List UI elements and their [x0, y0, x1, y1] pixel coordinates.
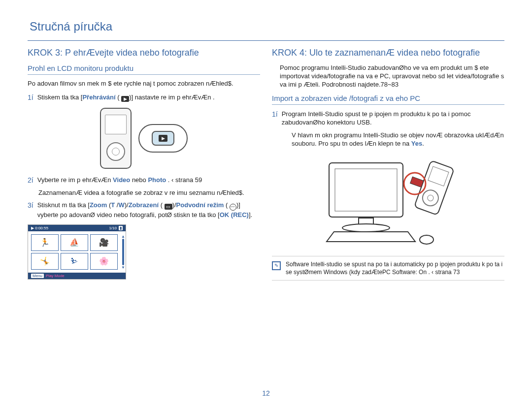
play-icon: ▶ — [121, 96, 129, 102]
step4-intro: Pomoc programu Intelli-Studio zabudovanØ… — [280, 64, 504, 89]
svg-point-3 — [342, 224, 390, 232]
text: nebo — [130, 176, 148, 184]
list-number: 1í — [272, 110, 278, 118]
text: ( — [224, 201, 230, 209]
sub-rule-left — [28, 74, 260, 75]
thumb-cell: 🎥 — [90, 234, 118, 251]
step4-heading: KROK 4: Ulo te zaznamenanÆ videa nebo fo… — [272, 48, 504, 58]
accent-text: OK (REC) — [220, 211, 249, 219]
page-number: 12 — [262, 389, 270, 397]
note-row: ✎ Software Intelli-studio se spust na po… — [272, 256, 504, 281]
thumb-cell: 🤸 — [31, 253, 59, 270]
step3-intro: Po adovan filmov sn mek m $ ete rychle n… — [28, 80, 260, 88]
accent-text: Photo — [148, 176, 166, 184]
text: V hlavn m okn programu Intelli-Studio se… — [292, 131, 504, 148]
thumbnail-panel: ▶ 0:00:55 1/10▮ 🏃 ⛵ 🎥 🤸 ⛷ 🌸 ▲ ▼ — [28, 224, 126, 280]
list-item-r1: 1í Program Intelli-Studio spust te p ipo… — [272, 110, 504, 127]
text: Vyberte re im p ehrÆvÆn — [37, 176, 113, 184]
thumb-cell: 🌸 — [90, 253, 118, 270]
step3-heading: KROK 3: P ehrÆvejte videa nebo fotografi… — [28, 48, 260, 58]
thumb-cell: ⛵ — [61, 234, 88, 251]
accent-text: Video — [113, 176, 130, 184]
thumb-time: 0:00:55 — [35, 226, 48, 230]
list-body: Vyberte re im p ehrÆvÆn Video nebo Photo… — [37, 176, 260, 185]
underwater-icon: 〰 — [230, 204, 236, 211]
sub-rule-right — [272, 104, 504, 105]
play-icon: ▶ — [159, 135, 167, 142]
list-body: Stiskem tla tka [Přehrávání ( ▶)] nastav… — [37, 93, 260, 102]
text: ]. — [249, 211, 252, 219]
thumb-grid: 🏃 ⛵ 🎥 🤸 ⛷ 🌸 — [28, 231, 121, 273]
text: )/ — [172, 201, 176, 209]
list-number: 1í — [28, 93, 33, 101]
list-item-2: 2í Vyberte re im p ehrÆvÆn Video nebo Ph… — [28, 176, 260, 185]
pc-connection-figure — [309, 153, 467, 248]
text: ( — [116, 94, 122, 101]
text: )/ — [125, 201, 129, 209]
svg-point-4 — [420, 235, 433, 244]
text: . — [422, 140, 424, 147]
callout-bubble: ▶ — [138, 124, 188, 153]
thumb-scrollbar: ▲ ▼ — [121, 231, 126, 273]
text: ( — [159, 201, 165, 209]
camcorder-illustration — [100, 108, 132, 169]
play-icon: ▶ — [31, 226, 34, 230]
list-body: Stisknut m tla tka [Zoom (T /W)/Zobrazen… — [37, 201, 260, 219]
pc-illustration-svg — [309, 153, 467, 247]
list-subtext: V hlavn m okn programu Intelli-Studio se… — [292, 131, 504, 148]
page-title: Stručná píručka — [20, 20, 512, 33]
accent-text: W — [118, 201, 124, 209]
step4-subheading: Import a zobrazen vide /fotografi z va e… — [272, 94, 504, 102]
list-number: 2í — [28, 176, 33, 184]
list-subtext: ZaznamenanÆ videa a fotografie se zobraz… — [38, 188, 260, 197]
cam-screen — [105, 115, 127, 134]
note-icon: ✎ — [272, 261, 281, 270]
cam-dpad — [106, 142, 125, 161]
two-column-layout: KROK 3: P ehrÆvejte videa nebo fotografi… — [20, 48, 512, 281]
text: Software Intelli-studio se spust na po t… — [286, 261, 502, 276]
thumb-cell: ⛷ — [61, 253, 88, 270]
scroll-down-icon: ▼ — [121, 265, 125, 270]
title-rule — [28, 40, 504, 41]
accent-text: Zoom — [90, 201, 107, 209]
display-icon: ▭ — [165, 204, 172, 210]
scroll-up-icon: ▲ — [121, 234, 125, 239]
thumb-topbar: ▶ 0:00:55 1/10▮ — [28, 225, 126, 231]
thumb-count: 1/10 — [109, 226, 117, 230]
thumb-grid-wrap: 🏃 ⛵ 🎥 🤸 ⛷ 🌸 ▲ ▼ — [28, 231, 126, 273]
accent-text: Podvodní režim — [176, 201, 224, 209]
text: . ‹ strana 59 — [166, 176, 202, 184]
accent-text: T — [111, 201, 117, 209]
play-button-illustration: ▶ — [152, 131, 174, 146]
menu-tag: Menu — [31, 274, 44, 278]
note-text: Software Intelli-studio se spust na po t… — [286, 260, 504, 276]
step3-subheading: Prohl en LCD monitoru produktu — [28, 64, 260, 72]
list-item-1: 1í Stiskem tla tka [Přehrávání ( ▶)] nas… — [28, 93, 260, 102]
text: )] nastavte re im p ehrÆvÆn . — [129, 94, 214, 101]
text: Stiskem tla tka [ — [37, 94, 83, 101]
accent-text: Zobrazení — [129, 201, 159, 209]
thumb-cell: 🏃 — [31, 234, 59, 251]
card-icon: ▮ — [119, 226, 123, 230]
mode-label: Play Mode — [46, 274, 65, 278]
scroll-track — [122, 239, 124, 265]
svg-rect-1 — [335, 169, 397, 211]
accent-text: Yes — [411, 140, 422, 147]
text: Stisknut m tla tka [ — [37, 201, 90, 209]
thumb-bottombar: Menu Play Mode — [28, 273, 126, 279]
device-figure: ▶ — [28, 108, 260, 169]
list-number: 3í — [28, 201, 33, 209]
accent-text: Přehrávání — [82, 94, 115, 101]
list-body: Program Intelli-Studio spust te p ipojen… — [282, 110, 504, 127]
svg-rect-9 — [410, 177, 424, 187]
right-column: KROK 4: Ulo te zaznamenanÆ videa nebo fo… — [272, 48, 504, 281]
list-item-3: 3í Stisknut m tla tka [Zoom (T /W)/Zobra… — [28, 201, 260, 219]
left-column: KROK 3: P ehrÆvejte videa nebo fotografi… — [28, 48, 260, 281]
